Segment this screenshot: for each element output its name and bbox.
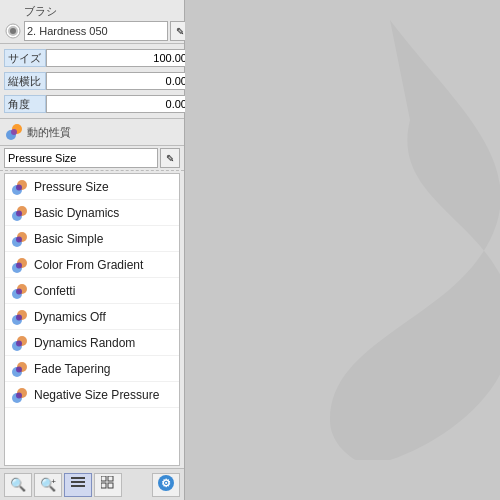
zoom-out-button[interactable]: 🔍 — [4, 473, 32, 497]
svg-rect-34 — [71, 481, 85, 483]
options-button[interactable]: ⚙ — [152, 473, 180, 497]
list-view-button[interactable] — [64, 473, 92, 497]
grid-view-icon — [101, 476, 115, 493]
svg-point-11 — [16, 210, 22, 216]
preset-item-icon — [9, 255, 29, 275]
dynamics-preset-input[interactable] — [4, 148, 158, 168]
svg-rect-33 — [71, 477, 85, 479]
preset-item-label: Dynamics Random — [34, 336, 135, 350]
list-item[interactable]: Confetti — [5, 278, 179, 304]
svg-point-26 — [16, 340, 22, 346]
size-label: サイズ — [4, 49, 46, 67]
zoom-in-icon: 🔍+ — [40, 477, 56, 492]
dynamics-icon — [4, 122, 24, 142]
angle-row: 角度 ▲ ▼ 🔒 — [4, 93, 180, 115]
brush-name-input[interactable] — [24, 21, 168, 41]
list-view-icon — [71, 476, 85, 493]
dynamics-label: 動的性質 — [27, 125, 71, 140]
list-item[interactable]: Basic Simple — [5, 226, 179, 252]
preset-item-label: Color From Gradient — [34, 258, 143, 272]
dynamics-preset-row: ✎ — [0, 146, 184, 171]
preset-item-icon — [9, 307, 29, 327]
list-item[interactable]: Pressure Size — [5, 174, 179, 200]
preset-item-icon — [9, 359, 29, 379]
svg-point-20 — [16, 288, 22, 294]
preset-list[interactable]: Pressure Size Basic Dynamics Basic Simpl… — [4, 173, 180, 466]
svg-point-14 — [16, 236, 22, 242]
svg-rect-37 — [108, 476, 113, 481]
preset-item-icon — [9, 203, 29, 223]
preset-item-label: Fade Tapering — [34, 362, 111, 376]
zoom-out-icon: 🔍 — [10, 477, 26, 492]
list-item[interactable]: Dynamics Off — [5, 304, 179, 330]
svg-text:⚙: ⚙ — [161, 477, 171, 489]
svg-point-8 — [16, 184, 22, 190]
preset-item-label: Dynamics Off — [34, 310, 106, 324]
dynamics-section: 動的性質 ✎ Pressure Size Basic Dynamics Basi… — [0, 119, 184, 500]
dynamics-edit-button[interactable]: ✎ — [160, 148, 180, 168]
dynamics-header: 動的性質 — [0, 119, 184, 146]
aspect-ratio-label: 縦横比 — [4, 72, 46, 90]
angle-label: 角度 — [4, 95, 46, 113]
svg-point-23 — [16, 314, 22, 320]
preset-item-label: Negative Size Pressure — [34, 388, 159, 402]
preset-item-icon — [9, 333, 29, 353]
svg-point-5 — [11, 129, 17, 135]
left-panel: ブラシ ✎ サイズ ▲ ▼ 🔒 — [0, 0, 185, 500]
svg-point-32 — [16, 392, 22, 398]
angle-input[interactable] — [46, 95, 190, 113]
background-shape — [250, 20, 500, 460]
preset-item-icon — [9, 281, 29, 301]
brush-row: ✎ — [4, 21, 180, 41]
list-item[interactable]: Fade Tapering — [5, 356, 179, 382]
preset-item-label: Confetti — [34, 284, 75, 298]
brush-header-label: ブラシ — [4, 4, 180, 19]
preset-item-label: Basic Simple — [34, 232, 103, 246]
size-input[interactable] — [46, 49, 190, 67]
preset-item-icon — [9, 177, 29, 197]
aspect-ratio-row: 縦横比 ▲ ▼ 🔒 — [4, 70, 180, 92]
svg-point-2 — [10, 28, 16, 34]
preset-item-icon — [9, 385, 29, 405]
right-area — [185, 0, 500, 500]
list-item[interactable]: Dynamics Random — [5, 330, 179, 356]
size-row: サイズ ▲ ▼ 🔒 — [4, 47, 180, 69]
preset-item-label: Pressure Size — [34, 180, 109, 194]
properties-section: サイズ ▲ ▼ 🔒 縦横比 ▲ ▼ 🔒 角度 — [0, 44, 184, 119]
list-item[interactable]: Basic Dynamics — [5, 200, 179, 226]
zoom-in-button[interactable]: 🔍+ — [34, 473, 62, 497]
svg-point-29 — [16, 366, 22, 372]
options-icon: ⚙ — [157, 474, 175, 495]
bottom-toolbar: 🔍 🔍+ — [0, 468, 184, 500]
svg-rect-38 — [101, 483, 106, 488]
brush-section: ブラシ ✎ — [0, 0, 184, 44]
list-item[interactable]: Negative Size Pressure — [5, 382, 179, 408]
svg-rect-35 — [71, 485, 85, 487]
list-item[interactable]: Color From Gradient — [5, 252, 179, 278]
svg-rect-36 — [101, 476, 106, 481]
preset-item-icon — [9, 229, 29, 249]
svg-point-17 — [16, 262, 22, 268]
grid-view-button[interactable] — [94, 473, 122, 497]
aspect-ratio-input[interactable] — [46, 72, 190, 90]
preset-item-label: Basic Dynamics — [34, 206, 119, 220]
brush-swatch-icon — [4, 22, 22, 40]
svg-rect-39 — [108, 483, 113, 488]
